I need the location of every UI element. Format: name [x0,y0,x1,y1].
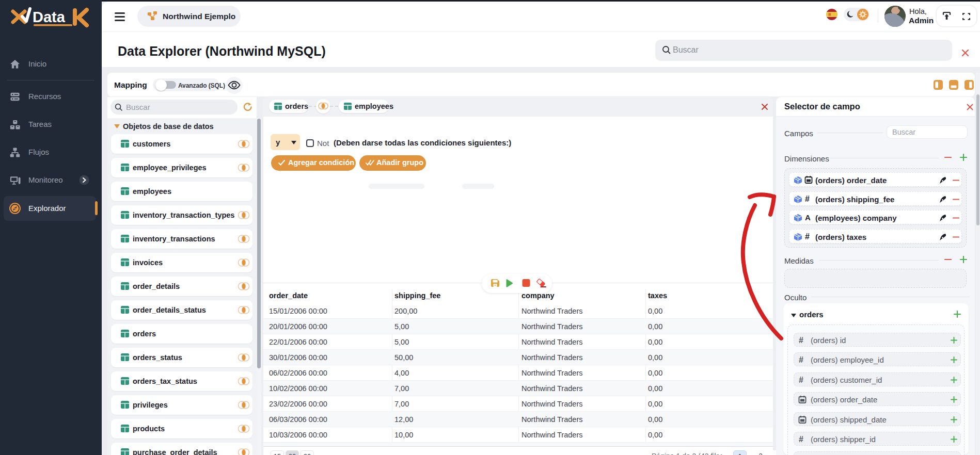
svg-text:A: A [805,213,811,222]
svg-text:#: # [799,355,803,364]
svg-text:#: # [799,376,803,384]
svg-text:Data: Data [33,9,66,25]
svg-text:#: # [805,232,810,241]
svg-text:#: # [805,194,810,203]
svg-text:#: # [799,336,803,345]
svg-text:#: # [799,435,803,444]
